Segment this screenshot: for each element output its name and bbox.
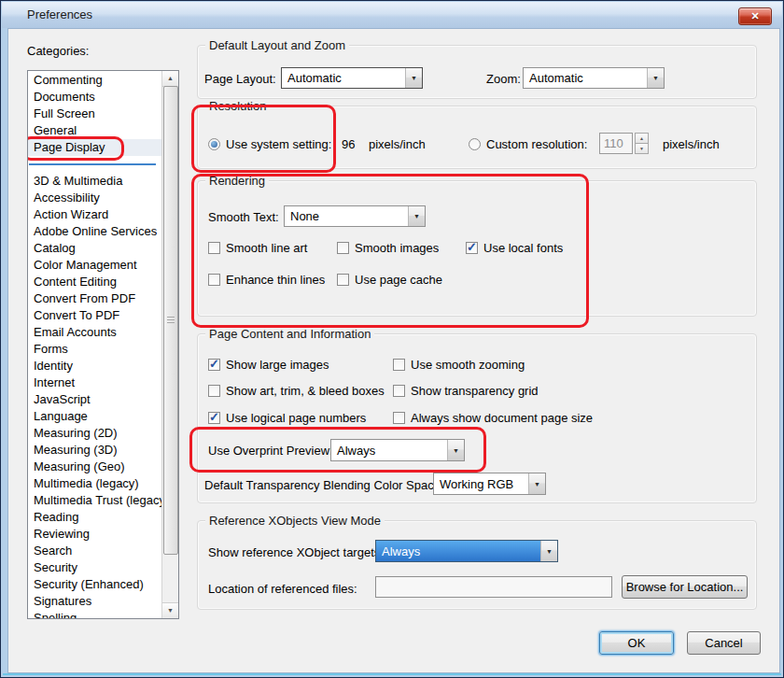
ok-button[interactable]: OK: [599, 631, 674, 655]
custom-resolution-stepper[interactable]: ▲ ▼: [635, 133, 649, 154]
chevron-down-icon: ▼: [447, 440, 464, 460]
sidebar-item-measuring-3d[interactable]: Measuring (3D): [28, 442, 162, 459]
sidebar-item-action-wizard[interactable]: Action Wizard: [28, 206, 162, 223]
close-button[interactable]: ✕: [738, 7, 772, 25]
checkbox-icon: ✓: [208, 385, 220, 397]
checkbox-icon: ✓: [393, 385, 405, 397]
xobject-targets-select[interactable]: Always ▼: [375, 540, 558, 562]
use-smooth-zooming-checkbox[interactable]: ✓ Use smooth zooming: [393, 357, 525, 372]
checkbox-icon: ✓: [208, 412, 220, 424]
overprint-preview-value: Always: [331, 440, 447, 460]
use-page-cache-checkbox[interactable]: ✓ Use page cache: [337, 272, 442, 287]
sidebar-item-measuring-2d[interactable]: Measuring (2D): [28, 425, 162, 442]
sidebar-item-javascript[interactable]: JavaScript: [28, 391, 162, 408]
group-title: Page Content and Information: [205, 327, 374, 341]
checkbox-icon: ✓: [208, 274, 220, 286]
group-title: Reference XObjects View Mode: [205, 514, 385, 528]
sidebar-item-multimedia-legacy[interactable]: Multimedia (legacy): [28, 475, 162, 492]
categories-items: CommentingDocumentsFull ScreenGeneralPag…: [28, 72, 162, 618]
always-show-page-size-checkbox[interactable]: ✓ Always show document page size: [393, 410, 593, 425]
sidebar-item-adobe-online-services[interactable]: Adobe Online Services: [28, 223, 162, 240]
enhance-thin-lines-checkbox[interactable]: ✓ Enhance thin lines: [208, 272, 325, 287]
titlebar[interactable]: Preferences ✕: [2, 2, 782, 28]
overprint-preview-select[interactable]: Always ▼: [330, 439, 465, 461]
spinner-down-button[interactable]: ▼: [635, 144, 649, 154]
sidebar-item-full-screen[interactable]: Full Screen: [28, 106, 162, 122]
sidebar-item-accessibility[interactable]: Accessibility: [28, 190, 162, 206]
show-art-trim-bleed-checkbox[interactable]: ✓ Show art, trim, & bleed boxes: [208, 383, 385, 398]
chevron-down-icon: ▼: [405, 68, 422, 88]
sidebar-item-convert-from-pdf[interactable]: Convert From PDF: [28, 290, 162, 307]
xobject-targets-label: Show reference XObject targets:: [208, 545, 384, 559]
spinner-up-button[interactable]: ▲: [635, 133, 649, 144]
scroll-up-button[interactable]: ▲: [162, 71, 178, 87]
xobject-targets-value: Always: [376, 541, 540, 561]
sidebar-item-reviewing[interactable]: Reviewing: [28, 526, 162, 543]
sidebar-item-language[interactable]: Language: [28, 408, 162, 425]
window-title: Preferences: [27, 7, 92, 21]
sidebar-item-forms[interactable]: Forms: [28, 341, 162, 358]
categories-label: Categories:: [27, 44, 89, 58]
categories-list: CommentingDocumentsFull ScreenGeneralPag…: [27, 70, 179, 619]
sidebar-item-security-enhanced[interactable]: Security (Enhanced): [28, 576, 162, 593]
spinner-up-icon: ▲: [639, 135, 644, 141]
custom-resolution-input[interactable]: 110: [599, 133, 633, 154]
categories-scrollbar[interactable]: ▲ ▼: [161, 71, 178, 618]
chevron-down-icon: ▼: [540, 541, 557, 561]
smooth-images-checkbox[interactable]: ✓ Smooth images: [337, 240, 439, 255]
custom-resolution-unit: pixels/inch: [663, 137, 720, 151]
scroll-down-icon: ▼: [167, 607, 174, 614]
thumb-grip-icon: [167, 317, 175, 323]
show-large-images-checkbox[interactable]: ✓ Show large images: [208, 357, 329, 372]
checkbox-icon: ✓: [208, 359, 220, 371]
sidebar-item-email-accounts[interactable]: Email Accounts: [28, 324, 162, 341]
sidebar-item-internet[interactable]: Internet: [28, 374, 162, 391]
zoom-select[interactable]: Automatic ▼: [523, 67, 665, 89]
page-layout-label: Page Layout:: [204, 72, 276, 86]
smooth-line-art-checkbox[interactable]: ✓ Smooth line art: [208, 240, 307, 255]
sidebar-item-3d-multimedia[interactable]: 3D & Multimedia: [28, 173, 162, 190]
blend-color-space-value: Working RGB: [434, 473, 528, 494]
sidebar-item-page-display[interactable]: Page Display: [28, 139, 162, 156]
scroll-thumb[interactable]: [163, 86, 178, 555]
checkbox-label: Show transparency grid: [411, 384, 539, 398]
sidebar-item-catalog[interactable]: Catalog: [28, 240, 162, 257]
smooth-text-select[interactable]: None ▼: [284, 205, 426, 227]
sidebar-item-signatures[interactable]: Signatures: [28, 593, 162, 610]
checkbox-label: Smooth images: [355, 241, 439, 255]
sidebar-item-reading[interactable]: Reading: [28, 509, 162, 526]
checkbox-label: Smooth line art: [226, 241, 307, 255]
custom-resolution-radio[interactable]: Custom resolution:: [469, 136, 587, 151]
checkbox-label: Use page cache: [355, 273, 442, 287]
group-title: Rendering: [205, 174, 269, 188]
blend-color-space-select[interactable]: Working RGB ▼: [433, 473, 546, 495]
sidebar-item-multimedia-trust-legacy[interactable]: Multimedia Trust (legacy): [28, 492, 162, 509]
system-resolution-unit: pixels/inch: [369, 137, 426, 151]
checkbox-label: Show large images: [226, 358, 329, 372]
category-divider: [28, 156, 162, 173]
sidebar-item-identity[interactable]: Identity: [28, 358, 162, 374]
cancel-button[interactable]: Cancel: [687, 631, 761, 655]
show-transparency-grid-checkbox[interactable]: ✓ Show transparency grid: [393, 383, 539, 398]
browse-for-location-button[interactable]: Browse for Location...: [622, 575, 748, 599]
use-logical-page-numbers-checkbox[interactable]: ✓ Use logical page numbers: [208, 410, 366, 425]
page-layout-select[interactable]: Automatic ▼: [281, 67, 423, 89]
sidebar-item-spelling[interactable]: Spelling: [28, 610, 162, 618]
divider-line: [29, 163, 156, 165]
sidebar-item-search[interactable]: Search: [28, 543, 162, 559]
sidebar-item-general[interactable]: General: [28, 122, 162, 139]
sidebar-item-commenting[interactable]: Commenting: [28, 72, 162, 89]
sidebar-item-convert-to-pdf[interactable]: Convert To PDF: [28, 307, 162, 324]
checkbox-icon: ✓: [393, 359, 405, 371]
sidebar-item-documents[interactable]: Documents: [28, 89, 162, 106]
referenced-files-input[interactable]: [375, 576, 612, 598]
sidebar-item-measuring-geo[interactable]: Measuring (Geo): [28, 459, 162, 475]
sidebar-item-content-editing[interactable]: Content Editing: [28, 274, 162, 290]
use-local-fonts-checkbox[interactable]: ✓ Use local fonts: [466, 240, 563, 255]
sidebar-item-security[interactable]: Security: [28, 559, 162, 576]
sidebar-item-color-management[interactable]: Color Management: [28, 257, 162, 274]
blend-color-space-label: Default Transparency Blending Color Spac…: [204, 478, 444, 492]
use-system-setting-radio[interactable]: Use system setting:: [208, 136, 331, 151]
scroll-down-button[interactable]: ▼: [162, 602, 178, 618]
custom-resolution-label: Custom resolution:: [486, 137, 587, 151]
